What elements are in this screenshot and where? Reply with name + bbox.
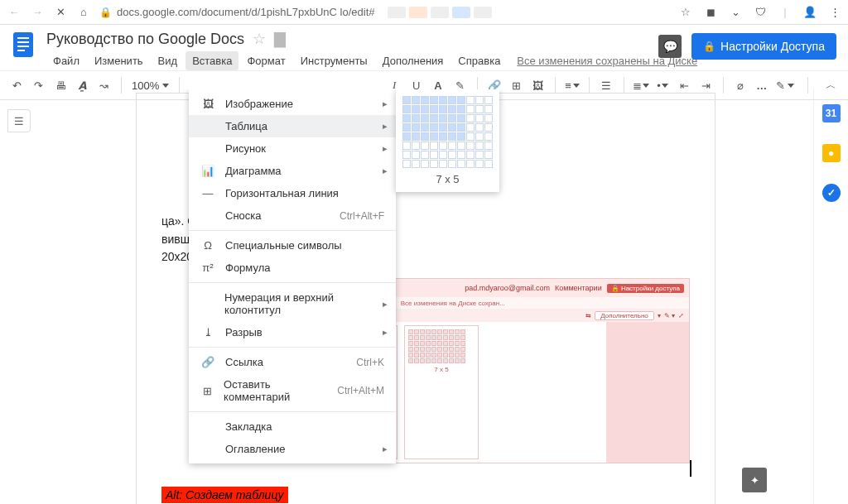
- table-size-cell[interactable]: [402, 114, 411, 122]
- table-size-cell[interactable]: [484, 123, 493, 132]
- menu-addons[interactable]: Дополнения: [376, 51, 450, 70]
- table-size-cell[interactable]: [439, 160, 447, 168]
- table-size-cell[interactable]: [484, 105, 493, 113]
- table-size-cell[interactable]: [466, 96, 475, 104]
- insert-hr[interactable]: — Горизонтальная линия: [189, 182, 396, 204]
- table-size-cell[interactable]: [412, 123, 420, 132]
- menu-tools[interactable]: Инструменты: [294, 51, 374, 70]
- table-size-cell[interactable]: [448, 96, 456, 104]
- clear-format-icon[interactable]: ⌀: [730, 74, 750, 96]
- table-size-cell[interactable]: [439, 132, 447, 141]
- insert-table[interactable]: Таблица ▸: [189, 115, 396, 137]
- table-size-cell[interactable]: [475, 123, 484, 132]
- expand-icon[interactable]: ︿: [820, 74, 841, 96]
- numbered-list-icon[interactable]: ≣: [631, 74, 651, 96]
- star-doc-icon[interactable]: ☆: [253, 30, 266, 48]
- docs-logo-icon[interactable]: [8, 30, 38, 60]
- editing-mode-icon[interactable]: ✎: [774, 74, 796, 96]
- table-size-cell[interactable]: [402, 160, 411, 168]
- document-canvas[interactable]: 🖼 Изображение ▸ Таблица ▸ Рисунок ▸ 📊 Ди…: [38, 89, 813, 504]
- table-size-popout[interactable]: 7 x 5: [396, 89, 499, 192]
- insert-drawing[interactable]: Рисунок ▸: [189, 137, 396, 160]
- table-size-cell[interactable]: [457, 123, 465, 132]
- table-size-cell[interactable]: [439, 96, 447, 104]
- table-size-cell[interactable]: [457, 96, 465, 104]
- table-size-cell[interactable]: [457, 151, 465, 159]
- redo-icon[interactable]: ↷: [28, 74, 48, 96]
- table-size-cell[interactable]: [421, 160, 429, 168]
- table-size-cell[interactable]: [412, 114, 420, 122]
- table-size-cell[interactable]: [448, 160, 456, 168]
- table-size-cell[interactable]: [421, 96, 429, 104]
- nav-home-icon[interactable]: ⌂: [76, 5, 91, 20]
- table-size-cell[interactable]: [457, 105, 465, 113]
- table-size-cell[interactable]: [430, 151, 438, 159]
- account-icon[interactable]: 👤: [803, 6, 817, 19]
- calendar-icon[interactable]: 31: [822, 104, 841, 122]
- comments-icon[interactable]: 💬: [658, 35, 682, 58]
- table-size-cell[interactable]: [430, 105, 438, 113]
- table-size-cell[interactable]: [402, 123, 411, 132]
- nav-stop-icon[interactable]: ✕: [53, 5, 68, 20]
- table-size-cell[interactable]: [448, 114, 456, 122]
- insert-break[interactable]: ⤓ Разрыв ▸: [189, 321, 396, 343]
- table-size-cell[interactable]: [484, 160, 493, 168]
- spellcheck-icon[interactable]: A̱: [72, 74, 92, 96]
- table-size-cell[interactable]: [421, 132, 429, 141]
- table-size-cell[interactable]: [421, 151, 429, 159]
- table-size-cell[interactable]: [412, 132, 420, 141]
- table-size-cell[interactable]: [421, 114, 429, 122]
- table-size-cell[interactable]: [475, 114, 484, 122]
- table-size-cell[interactable]: [457, 114, 465, 122]
- ext1-icon[interactable]: ◼: [704, 6, 717, 19]
- insert-toc[interactable]: Оглавление ▸: [189, 438, 396, 460]
- insert-chart[interactable]: 📊 Диаграмма ▸: [189, 160, 396, 182]
- table-size-cell[interactable]: [430, 160, 438, 168]
- zoom-dropdown[interactable]: 100%: [128, 79, 172, 92]
- table-size-cell[interactable]: [448, 142, 456, 150]
- table-size-cell[interactable]: [484, 132, 493, 141]
- insert-bookmark[interactable]: Закладка: [189, 415, 396, 438]
- table-size-cell[interactable]: [430, 123, 438, 132]
- table-size-cell[interactable]: [448, 123, 456, 132]
- explore-button[interactable]: ✦: [742, 468, 767, 492]
- more-icon[interactable]: …: [753, 74, 773, 96]
- menu-edit[interactable]: Изменить: [88, 51, 150, 70]
- table-size-cell[interactable]: [475, 151, 484, 159]
- table-size-cell[interactable]: [412, 105, 420, 113]
- kebab-icon[interactable]: ⋮: [828, 6, 841, 19]
- document-title[interactable]: Руководство по Google Docs: [46, 31, 244, 48]
- table-size-cell[interactable]: [412, 96, 420, 104]
- insert-comment-icon[interactable]: ⊞: [506, 74, 526, 96]
- table-size-cell[interactable]: [412, 160, 420, 168]
- insert-equation[interactable]: π² Формула: [189, 257, 396, 279]
- undo-icon[interactable]: ↶: [7, 74, 26, 96]
- table-size-cell[interactable]: [439, 105, 447, 113]
- menu-format[interactable]: Формат: [240, 51, 292, 70]
- bullet-list-icon[interactable]: •: [653, 74, 672, 96]
- table-size-cell[interactable]: [402, 96, 411, 104]
- indent-icon[interactable]: ⇥: [696, 74, 716, 96]
- insert-link[interactable]: 🔗 Ссылка Ctrl+K: [189, 351, 396, 373]
- table-size-cell[interactable]: [448, 132, 456, 141]
- table-size-cell[interactable]: [402, 132, 411, 141]
- insert-image[interactable]: 🖼 Изображение ▸: [189, 93, 396, 115]
- paint-format-icon[interactable]: ↝: [94, 74, 114, 96]
- table-size-cell[interactable]: [466, 105, 475, 113]
- star-icon[interactable]: ☆: [679, 6, 692, 19]
- table-size-cell[interactable]: [421, 105, 429, 113]
- insert-comment[interactable]: ⊞ Оставить комментарий Ctrl+Alt+M: [189, 373, 396, 408]
- table-size-cell[interactable]: [484, 151, 493, 159]
- table-size-cell[interactable]: [466, 160, 475, 168]
- table-size-cell[interactable]: [457, 132, 465, 141]
- table-size-cell[interactable]: [466, 114, 475, 122]
- nav-forward-icon[interactable]: →: [30, 5, 45, 20]
- table-size-cell[interactable]: [457, 142, 465, 150]
- insert-special[interactable]: Ω Специальные символы: [189, 234, 396, 257]
- table-size-cell[interactable]: [402, 105, 411, 113]
- table-size-cell[interactable]: [402, 142, 411, 150]
- table-size-cell[interactable]: [421, 142, 429, 150]
- pocket-icon[interactable]: ⌄: [729, 6, 742, 19]
- align-icon[interactable]: ≡: [562, 74, 582, 96]
- table-size-cell[interactable]: [421, 123, 429, 132]
